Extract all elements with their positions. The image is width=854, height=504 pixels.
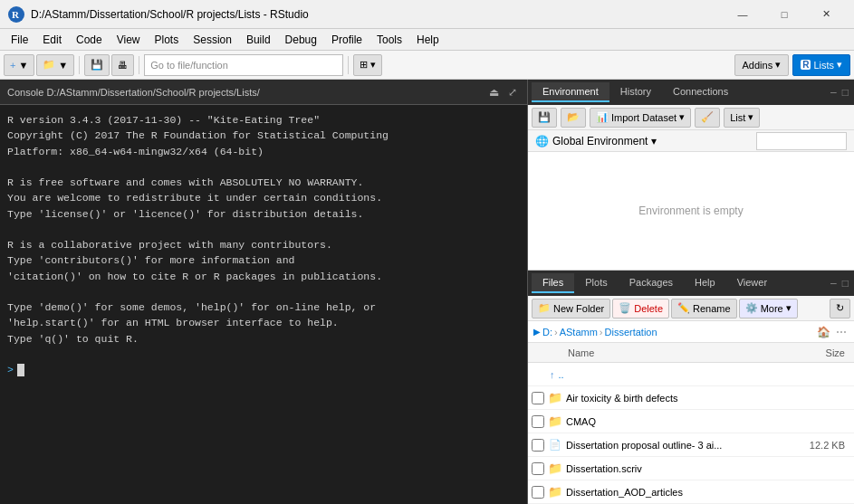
load-workspace-button[interactable]: 📂 bbox=[561, 108, 586, 128]
menu-build[interactable]: Build bbox=[239, 32, 278, 48]
files-toolbar: 📁 New Folder 🗑️ Delete ✏️ Rename ⚙️ More… bbox=[528, 296, 854, 321]
menu-debug[interactable]: Debug bbox=[278, 32, 324, 48]
files-maximize-icon[interactable]: □ bbox=[840, 275, 850, 291]
menu-file[interactable]: File bbox=[4, 32, 35, 48]
tab-plots[interactable]: Plots bbox=[574, 273, 618, 293]
menu-code[interactable]: Code bbox=[69, 32, 110, 48]
menu-tools[interactable]: Tools bbox=[369, 32, 409, 48]
go-to-file-input[interactable]: Go to file/function bbox=[144, 54, 343, 76]
new-folder-button[interactable]: 📁 New Folder bbox=[532, 299, 610, 319]
file-checkbox[interactable] bbox=[532, 439, 544, 452]
breadcrumb-astamm[interactable]: AStamm bbox=[560, 327, 598, 338]
tab-connections[interactable]: Connections bbox=[662, 82, 739, 102]
breadcrumb-actions: 🏠 ⋯ bbox=[815, 324, 849, 340]
refresh-button[interactable]: ↻ bbox=[830, 299, 850, 319]
list-item[interactable]: 📁 CMAQ bbox=[528, 410, 854, 433]
menu-help[interactable]: Help bbox=[409, 32, 446, 48]
breadcrumb-more-icon[interactable]: ⋯ bbox=[834, 324, 849, 340]
file-size: 12.2 KB bbox=[787, 440, 850, 451]
console-output[interactable]: R version 3.4.3 (2017-11-30) -- "Kite-Ea… bbox=[0, 105, 527, 504]
menu-profile[interactable]: Profile bbox=[324, 32, 369, 48]
tab-help[interactable]: Help bbox=[684, 273, 726, 293]
console-line-9: R is a collaborative project with many c… bbox=[7, 237, 520, 252]
list-view-button[interactable]: List ▾ bbox=[724, 108, 760, 128]
tab-viewer[interactable]: Viewer bbox=[726, 273, 778, 293]
menu-edit[interactable]: Edit bbox=[35, 32, 69, 48]
console-cursor bbox=[17, 364, 24, 376]
delete-label: Delete bbox=[634, 303, 663, 314]
file-checkbox[interactable] bbox=[532, 415, 544, 428]
tab-environment[interactable]: Environment bbox=[532, 82, 609, 102]
console-panel: Console D:/AStamm/Dissertation/School/R … bbox=[0, 80, 528, 504]
save-button[interactable]: 💾 bbox=[84, 54, 110, 76]
console-line-13: Type 'demo()' for some demos, 'help()' f… bbox=[7, 300, 520, 315]
env-minimize-icon[interactable]: – bbox=[829, 84, 839, 100]
print-button[interactable]: 🖶 bbox=[111, 54, 134, 76]
grid-button[interactable]: ⊞ ▾ bbox=[353, 54, 382, 76]
menu-view[interactable]: View bbox=[110, 32, 148, 48]
close-button[interactable] bbox=[805, 0, 847, 29]
env-search-input[interactable] bbox=[756, 132, 847, 150]
addins-button[interactable]: Addins ▾ bbox=[734, 54, 790, 76]
files-list: ↑ .. 📁 Air toxicity & birth defects 📁 CM… bbox=[528, 363, 854, 504]
files-tabs-actions: – □ bbox=[829, 275, 850, 291]
global-env-label: Global Environment bbox=[552, 135, 648, 147]
breadcrumb-sep-1: › bbox=[554, 327, 558, 338]
print-icon: 🖶 bbox=[118, 60, 128, 71]
new-folder-label: New Folder bbox=[553, 303, 604, 314]
svg-text:R: R bbox=[12, 9, 20, 20]
addins-label: Addins bbox=[743, 60, 773, 71]
list-item[interactable]: 📁 Dissertation_AOD_articles bbox=[528, 480, 854, 504]
load-workspace-icon: 📂 bbox=[567, 111, 580, 123]
menu-session[interactable]: Session bbox=[186, 32, 239, 48]
import-arrow: ▾ bbox=[679, 111, 685, 123]
console-line-11: 'citation()' on how to cite R or R packa… bbox=[7, 269, 520, 284]
save-workspace-button[interactable]: 💾 bbox=[532, 108, 557, 128]
console-line-6: You are welcome to redistribute it under… bbox=[7, 190, 520, 205]
file-checkbox[interactable] bbox=[532, 486, 544, 499]
console-maximize-icon[interactable]: ⏏ bbox=[486, 85, 502, 100]
console-line-3: Platform: x86_64-w64-mingw32/x64 (64-bit… bbox=[7, 144, 520, 159]
clear-env-button[interactable]: 🧹 bbox=[695, 108, 720, 128]
open-file-button[interactable]: 📁 ▼ bbox=[36, 54, 74, 76]
lists-button[interactable]: R Lists ▾ bbox=[792, 54, 850, 76]
console-line-16 bbox=[7, 347, 520, 362]
new-script-button[interactable]: + ▼ bbox=[4, 54, 34, 76]
toolbar-right: Addins ▾ R Lists ▾ bbox=[734, 54, 851, 76]
tab-files[interactable]: Files bbox=[532, 273, 574, 293]
list-view-arrow: ▾ bbox=[748, 111, 753, 123]
list-item[interactable]: 📁 Air toxicity & birth defects bbox=[528, 386, 854, 410]
delete-button[interactable]: 🗑️ Delete bbox=[612, 299, 669, 319]
grid-icon: ⊞ bbox=[360, 59, 368, 71]
list-item[interactable]: 📄 Dissertation proposal outline- 3 ai...… bbox=[528, 433, 854, 457]
breadcrumb-home-icon[interactable]: 🏠 bbox=[815, 324, 832, 340]
console-line-8 bbox=[7, 222, 520, 237]
addins-arrow: ▾ bbox=[775, 59, 781, 71]
files-up-button[interactable]: ↑ .. bbox=[528, 363, 854, 386]
maximize-button[interactable] bbox=[763, 0, 805, 29]
files-minimize-icon[interactable]: – bbox=[829, 275, 839, 291]
more-button[interactable]: ⚙️ More ▾ bbox=[739, 299, 798, 319]
console-prompt-line[interactable]: > bbox=[7, 362, 520, 377]
minimize-button[interactable] bbox=[722, 0, 763, 29]
breadcrumb-dissertation[interactable]: Dissertation bbox=[605, 327, 657, 338]
rename-button[interactable]: ✏️ Rename bbox=[671, 299, 737, 319]
tab-packages[interactable]: Packages bbox=[619, 273, 684, 293]
titlebar: R D:/AStamm/Dissertation/School/R projec… bbox=[0, 0, 854, 29]
folder-icon: 📁 bbox=[548, 485, 562, 499]
file-checkbox[interactable] bbox=[532, 392, 544, 404]
import-dataset-button[interactable]: 📊 Import Dataset ▾ bbox=[590, 108, 691, 128]
env-maximize-icon[interactable]: □ bbox=[840, 84, 850, 100]
console-expand-icon[interactable]: ⤢ bbox=[505, 85, 520, 100]
env-tabs-bar: Environment History Connections – □ bbox=[528, 80, 854, 105]
menu-plots[interactable]: Plots bbox=[148, 32, 187, 48]
tab-history[interactable]: History bbox=[609, 82, 662, 102]
minimize-icon bbox=[738, 9, 748, 20]
breadcrumb-d[interactable]: D: bbox=[542, 327, 552, 338]
file-checkbox[interactable] bbox=[532, 462, 544, 475]
files-list-header: Name Size bbox=[528, 343, 854, 363]
refresh-icon: ↻ bbox=[836, 302, 844, 314]
global-env-arrow: ▾ bbox=[651, 135, 657, 147]
env-empty-text: Environment is empty bbox=[638, 204, 743, 217]
list-item[interactable]: 📁 Dissertation.scriv bbox=[528, 457, 854, 480]
